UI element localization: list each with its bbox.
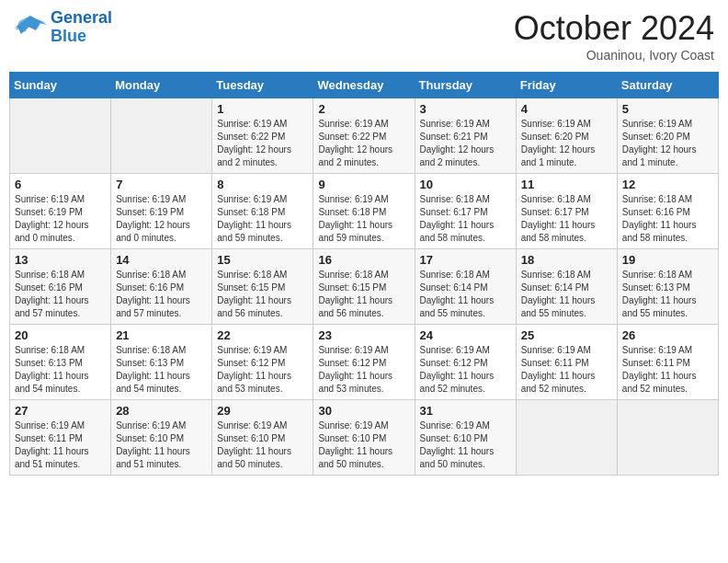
day-info: Sunrise: 6:18 AM Sunset: 6:16 PM Dayligh… bbox=[15, 269, 106, 320]
calendar-cell: 31Sunrise: 6:19 AM Sunset: 6:10 PM Dayli… bbox=[415, 400, 516, 476]
title-block: October 2024 Ouaninou, Ivory Coast bbox=[514, 9, 714, 63]
calendar-cell: 11Sunrise: 6:18 AM Sunset: 6:17 PM Dayli… bbox=[516, 174, 617, 249]
day-info: Sunrise: 6:19 AM Sunset: 6:11 PM Dayligh… bbox=[521, 344, 612, 396]
calendar-cell: 7Sunrise: 6:19 AM Sunset: 6:19 PM Daylig… bbox=[111, 174, 212, 249]
day-number: 21 bbox=[116, 328, 207, 342]
weekday-header: Saturday bbox=[617, 73, 718, 98]
calendar-cell bbox=[111, 98, 212, 174]
day-number: 15 bbox=[217, 253, 308, 267]
calendar-cell: 21Sunrise: 6:18 AM Sunset: 6:13 PM Dayli… bbox=[111, 325, 212, 400]
day-info: Sunrise: 6:18 AM Sunset: 6:15 PM Dayligh… bbox=[217, 269, 308, 320]
day-number: 30 bbox=[318, 404, 409, 418]
day-info: Sunrise: 6:18 AM Sunset: 6:17 PM Dayligh… bbox=[420, 193, 511, 245]
logo-icon bbox=[14, 14, 47, 41]
calendar-cell: 23Sunrise: 6:19 AM Sunset: 6:12 PM Dayli… bbox=[313, 325, 415, 400]
day-info: Sunrise: 6:18 AM Sunset: 6:13 PM Dayligh… bbox=[15, 344, 106, 396]
day-info: Sunrise: 6:19 AM Sunset: 6:12 PM Dayligh… bbox=[420, 344, 511, 396]
weekday-header: Friday bbox=[516, 73, 617, 98]
day-number: 22 bbox=[217, 328, 308, 342]
day-number: 14 bbox=[116, 253, 207, 267]
day-info: Sunrise: 6:19 AM Sunset: 6:19 PM Dayligh… bbox=[116, 193, 207, 245]
day-info: Sunrise: 6:19 AM Sunset: 6:11 PM Dayligh… bbox=[15, 419, 106, 471]
calendar-week-row: 6Sunrise: 6:19 AM Sunset: 6:19 PM Daylig… bbox=[10, 174, 719, 249]
calendar-cell: 27Sunrise: 6:19 AM Sunset: 6:11 PM Dayli… bbox=[10, 400, 111, 476]
calendar-cell: 15Sunrise: 6:18 AM Sunset: 6:15 PM Dayli… bbox=[212, 249, 313, 325]
day-number: 16 bbox=[318, 253, 409, 267]
day-number: 10 bbox=[420, 178, 511, 191]
calendar-cell: 28Sunrise: 6:19 AM Sunset: 6:10 PM Dayli… bbox=[111, 400, 212, 476]
day-number: 23 bbox=[318, 328, 409, 342]
calendar-cell: 22Sunrise: 6:19 AM Sunset: 6:12 PM Dayli… bbox=[212, 325, 313, 400]
calendar-week-row: 1Sunrise: 6:19 AM Sunset: 6:22 PM Daylig… bbox=[10, 98, 719, 174]
day-number: 7 bbox=[116, 178, 207, 191]
day-number: 8 bbox=[217, 178, 308, 191]
calendar-cell: 6Sunrise: 6:19 AM Sunset: 6:19 PM Daylig… bbox=[10, 174, 111, 249]
day-number: 19 bbox=[622, 253, 713, 267]
weekday-header: Monday bbox=[111, 73, 212, 98]
day-number: 6 bbox=[15, 178, 106, 191]
calendar-cell bbox=[617, 400, 718, 476]
calendar-cell: 4Sunrise: 6:19 AM Sunset: 6:20 PM Daylig… bbox=[516, 98, 617, 174]
calendar-cell: 13Sunrise: 6:18 AM Sunset: 6:16 PM Dayli… bbox=[10, 249, 111, 325]
day-info: Sunrise: 6:19 AM Sunset: 6:21 PM Dayligh… bbox=[420, 118, 511, 169]
calendar-cell: 16Sunrise: 6:18 AM Sunset: 6:15 PM Dayli… bbox=[313, 249, 415, 325]
calendar-cell: 24Sunrise: 6:19 AM Sunset: 6:12 PM Dayli… bbox=[415, 325, 516, 400]
day-info: Sunrise: 6:18 AM Sunset: 6:13 PM Dayligh… bbox=[622, 269, 713, 320]
day-info: Sunrise: 6:19 AM Sunset: 6:20 PM Dayligh… bbox=[521, 118, 612, 169]
calendar-table: SundayMondayTuesdayWednesdayThursdayFrid… bbox=[9, 72, 719, 476]
month-title: October 2024 bbox=[514, 9, 714, 48]
day-info: Sunrise: 6:19 AM Sunset: 6:10 PM Dayligh… bbox=[217, 419, 308, 471]
day-info: Sunrise: 6:18 AM Sunset: 6:17 PM Dayligh… bbox=[521, 193, 612, 245]
day-number: 17 bbox=[420, 253, 511, 267]
weekday-header-row: SundayMondayTuesdayWednesdayThursdayFrid… bbox=[10, 73, 719, 98]
calendar-cell: 12Sunrise: 6:18 AM Sunset: 6:16 PM Dayli… bbox=[617, 174, 718, 249]
day-info: Sunrise: 6:19 AM Sunset: 6:18 PM Dayligh… bbox=[318, 193, 409, 245]
logo: General Blue bbox=[14, 9, 112, 46]
calendar-cell: 20Sunrise: 6:18 AM Sunset: 6:13 PM Dayli… bbox=[10, 325, 111, 400]
logo-general: General bbox=[51, 8, 112, 27]
day-info: Sunrise: 6:19 AM Sunset: 6:11 PM Dayligh… bbox=[622, 344, 713, 396]
calendar-week-row: 27Sunrise: 6:19 AM Sunset: 6:11 PM Dayli… bbox=[10, 400, 719, 476]
calendar-cell bbox=[516, 400, 617, 476]
day-number: 13 bbox=[15, 253, 106, 267]
day-info: Sunrise: 6:19 AM Sunset: 6:22 PM Dayligh… bbox=[217, 118, 308, 169]
day-info: Sunrise: 6:19 AM Sunset: 6:18 PM Dayligh… bbox=[217, 193, 308, 245]
day-number: 28 bbox=[116, 404, 207, 418]
calendar-cell: 30Sunrise: 6:19 AM Sunset: 6:10 PM Dayli… bbox=[313, 400, 415, 476]
calendar-cell: 2Sunrise: 6:19 AM Sunset: 6:22 PM Daylig… bbox=[313, 98, 415, 174]
day-number: 4 bbox=[521, 102, 612, 116]
calendar-cell: 10Sunrise: 6:18 AM Sunset: 6:17 PM Dayli… bbox=[415, 174, 516, 249]
calendar-cell: 18Sunrise: 6:18 AM Sunset: 6:14 PM Dayli… bbox=[516, 249, 617, 325]
weekday-header: Wednesday bbox=[313, 73, 415, 98]
calendar-week-row: 20Sunrise: 6:18 AM Sunset: 6:13 PM Dayli… bbox=[10, 325, 719, 400]
day-number: 25 bbox=[521, 328, 612, 342]
calendar-cell: 9Sunrise: 6:19 AM Sunset: 6:18 PM Daylig… bbox=[313, 174, 415, 249]
day-info: Sunrise: 6:19 AM Sunset: 6:12 PM Dayligh… bbox=[217, 344, 308, 396]
weekday-header: Tuesday bbox=[212, 73, 313, 98]
day-info: Sunrise: 6:19 AM Sunset: 6:10 PM Dayligh… bbox=[116, 419, 207, 471]
logo-blue: Blue bbox=[51, 27, 86, 45]
calendar-cell: 5Sunrise: 6:19 AM Sunset: 6:20 PM Daylig… bbox=[617, 98, 718, 174]
day-number: 31 bbox=[420, 404, 511, 418]
day-info: Sunrise: 6:18 AM Sunset: 6:14 PM Dayligh… bbox=[521, 269, 612, 320]
calendar-cell: 17Sunrise: 6:18 AM Sunset: 6:14 PM Dayli… bbox=[415, 249, 516, 325]
day-info: Sunrise: 6:18 AM Sunset: 6:16 PM Dayligh… bbox=[622, 193, 713, 245]
day-number: 27 bbox=[15, 404, 106, 418]
day-info: Sunrise: 6:18 AM Sunset: 6:13 PM Dayligh… bbox=[116, 344, 207, 396]
day-info: Sunrise: 6:19 AM Sunset: 6:19 PM Dayligh… bbox=[15, 193, 106, 245]
day-number: 20 bbox=[15, 328, 106, 342]
day-number: 9 bbox=[318, 178, 409, 191]
calendar-cell: 3Sunrise: 6:19 AM Sunset: 6:21 PM Daylig… bbox=[415, 98, 516, 174]
day-number: 24 bbox=[420, 328, 511, 342]
calendar-cell: 14Sunrise: 6:18 AM Sunset: 6:16 PM Dayli… bbox=[111, 249, 212, 325]
calendar-cell: 25Sunrise: 6:19 AM Sunset: 6:11 PM Dayli… bbox=[516, 325, 617, 400]
day-info: Sunrise: 6:18 AM Sunset: 6:14 PM Dayligh… bbox=[420, 269, 511, 320]
calendar-cell: 8Sunrise: 6:19 AM Sunset: 6:18 PM Daylig… bbox=[212, 174, 313, 249]
weekday-header: Thursday bbox=[415, 73, 516, 98]
page-header: General Blue October 2024 Ouaninou, Ivor… bbox=[9, 9, 719, 63]
day-info: Sunrise: 6:19 AM Sunset: 6:12 PM Dayligh… bbox=[318, 344, 409, 396]
calendar-cell: 26Sunrise: 6:19 AM Sunset: 6:11 PM Dayli… bbox=[617, 325, 718, 400]
day-number: 26 bbox=[622, 328, 713, 342]
day-info: Sunrise: 6:19 AM Sunset: 6:10 PM Dayligh… bbox=[318, 419, 409, 471]
day-info: Sunrise: 6:18 AM Sunset: 6:15 PM Dayligh… bbox=[318, 269, 409, 320]
